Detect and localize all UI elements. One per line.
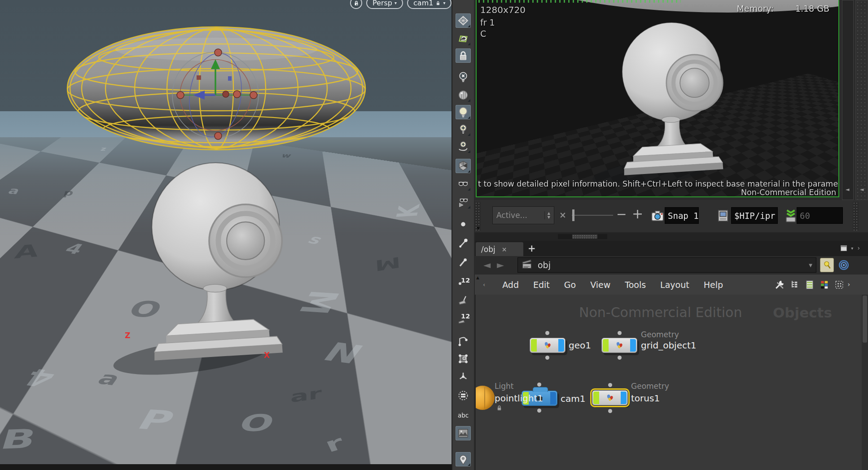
profiles-icon[interactable] [456, 388, 471, 403]
render-flag[interactable] [621, 392, 627, 404]
network-path-field[interactable]: obj ▼ [517, 257, 816, 273]
display-flag[interactable] [531, 339, 537, 352]
tab-obj[interactable]: /obj × [476, 242, 523, 256]
node-pointlight1[interactable] [475, 386, 495, 410]
update-rate-slider[interactable] [572, 215, 613, 216]
background-image-icon[interactable] [456, 426, 471, 440]
follow-focus-button[interactable] [837, 258, 850, 272]
pane-collapse-arrow[interactable]: ▼ [477, 226, 480, 231]
headlight-orbit-icon[interactable] [456, 139, 471, 153]
menu-layout[interactable]: Layout [660, 280, 689, 290]
context-title: Objects [773, 305, 832, 321]
node-input-connector[interactable] [618, 331, 622, 335]
tree-view-icon[interactable] [789, 279, 800, 290]
default-lighting-icon[interactable] [456, 105, 471, 119]
headlight-icon[interactable] [456, 122, 471, 136]
scrollbar-handle[interactable] [863, 296, 867, 343]
render-flag[interactable] [558, 339, 564, 352]
render-vertical-scrollbar[interactable]: ◄ [842, 0, 854, 200]
snapshot-camera-icon[interactable] [650, 208, 665, 223]
menu-tools[interactable]: Tools [625, 280, 646, 290]
pane-expand-arrow[interactable]: ▲ [476, 275, 479, 280]
menu-add[interactable]: Add [502, 280, 519, 290]
node-input-connector[interactable] [608, 383, 612, 387]
zoom-out-button[interactable]: − [616, 207, 627, 222]
prim-numbers-icon[interactable]: 12 [456, 311, 471, 326]
stop-render-button[interactable]: × [559, 210, 566, 220]
hull-curve-icon[interactable] [456, 334, 471, 348]
render-mode-dropdown[interactable]: Active... ▲▼ [492, 206, 554, 224]
menu-help[interactable]: Help [704, 280, 723, 290]
menu-edit[interactable]: Edit [533, 280, 550, 290]
hull-points-icon[interactable] [456, 352, 471, 366]
viewport-lock-button[interactable] [350, 0, 362, 9]
visualizers-active-icon[interactable] [456, 195, 471, 209]
show-points-icon[interactable] [456, 217, 471, 231]
save-path-field[interactable]: $HIP/ipr [731, 207, 778, 224]
menu-view[interactable]: View [590, 280, 610, 290]
projection-menu-button[interactable]: Persp ▾ [366, 0, 403, 9]
fps-field[interactable]: 60 [797, 207, 843, 224]
render-flag[interactable] [630, 339, 636, 352]
display-shaded-icon[interactable] [456, 159, 471, 173]
material-sphere-icon[interactable] [456, 88, 471, 102]
pane-layout-icon[interactable] [841, 245, 847, 251]
prim-marker-icon[interactable] [456, 292, 471, 307]
orient-plane-icon[interactable] [456, 31, 471, 46]
view-lock-icon[interactable] [456, 48, 471, 63]
slider-handle[interactable] [572, 209, 574, 221]
scene-viewport-persp[interactable]: apzwA4sKMOMN4aarBPOr [0, 0, 452, 470]
chevron-left-icon[interactable]: ‹ [483, 281, 485, 288]
zoom-in-button[interactable]: + [632, 206, 643, 222]
chevron-down-icon[interactable]: ▾ [851, 246, 853, 251]
chevron-down-icon[interactable]: ▼ [809, 263, 812, 268]
node-geo1[interactable] [530, 338, 566, 353]
location-marker-icon[interactable] [456, 452, 471, 466]
horizontal-scrollbar[interactable] [475, 232, 868, 241]
menu-go[interactable]: Go [564, 280, 576, 290]
lights-off-icon[interactable] [456, 70, 471, 84]
tab-close-icon[interactable]: × [502, 246, 507, 253]
render-flag[interactable] [550, 392, 556, 405]
render-to-disk-icon[interactable] [783, 208, 798, 223]
camera-menu-button[interactable]: cam1 ▾ [407, 0, 452, 9]
network-vertical-scrollbar[interactable] [862, 295, 868, 470]
chevron-right-icon[interactable]: › [847, 281, 850, 288]
list-view-icon[interactable] [804, 279, 815, 290]
node-input-connector[interactable] [537, 383, 541, 387]
node-output-connector[interactable] [618, 356, 622, 360]
save-image-icon[interactable] [715, 208, 731, 223]
network-box-icon[interactable] [834, 279, 845, 290]
node-output-connector[interactable] [608, 409, 612, 413]
point-marker-icon[interactable] [456, 236, 471, 250]
visualizers-icon[interactable] [456, 177, 471, 191]
node-output-connector[interactable] [545, 356, 549, 360]
scrollbar-handle[interactable] [572, 235, 597, 239]
pane-drag-handle[interactable]: ◄ [855, 0, 868, 200]
pin-path-button[interactable] [820, 258, 834, 272]
node-input-connector[interactable] [545, 331, 549, 335]
text-display-icon[interactable]: abc [456, 408, 471, 422]
chevron-right-icon[interactable]: › [857, 244, 860, 252]
tools-wrench-icon[interactable] [774, 279, 785, 291]
new-tab-button[interactable]: + [528, 243, 536, 254]
render-trophy-object [591, 22, 723, 191]
grid-display-icon[interactable] [456, 13, 471, 28]
point-normal-marker-icon[interactable] [456, 255, 471, 269]
node-output-connector[interactable] [537, 409, 541, 413]
back-arrow-icon[interactable]: ◄ [483, 260, 491, 270]
forward-arrow-icon[interactable]: ► [497, 260, 504, 270]
viewport-header-controls: Persp ▾ cam1 ▾ [350, 0, 452, 9]
display-flag[interactable] [603, 339, 609, 352]
camera-label: cam1 [413, 0, 433, 7]
display-flag[interactable] [593, 392, 599, 404]
normals-icon[interactable] [456, 370, 471, 384]
node-torus1[interactable] [592, 390, 628, 405]
point-numbers-icon[interactable]: 12 [456, 274, 471, 288]
network-editor-canvas[interactable]: Non-Commercial Edition Objects geo1 [475, 295, 868, 470]
ipr-render-view[interactable]: 1280x720 fr 1 C Memory:1.18 GB t to show… [476, 0, 839, 197]
toolbar-drag-handle[interactable] [853, 202, 859, 231]
node-grid-object1[interactable] [601, 338, 637, 353]
color-palette-icon[interactable] [819, 279, 830, 290]
snapshot-name-field[interactable]: Snap 1 [665, 207, 699, 224]
